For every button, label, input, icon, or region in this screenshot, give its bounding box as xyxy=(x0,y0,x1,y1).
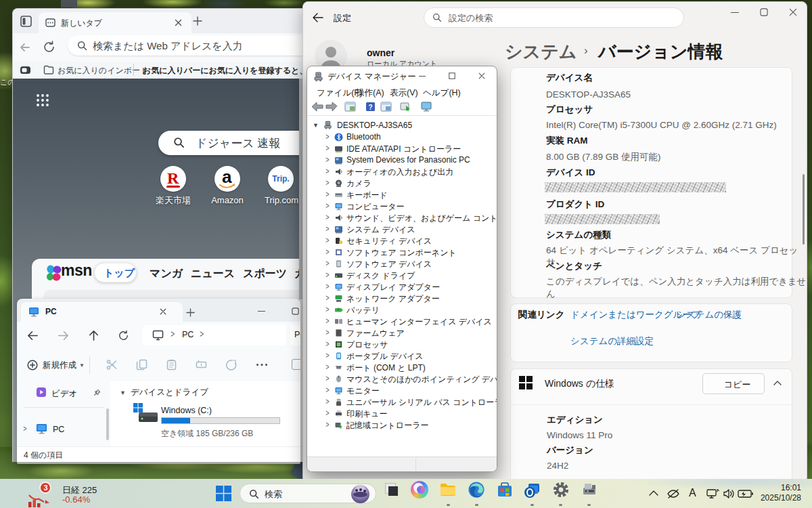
svg-text:?: ? xyxy=(368,104,372,111)
